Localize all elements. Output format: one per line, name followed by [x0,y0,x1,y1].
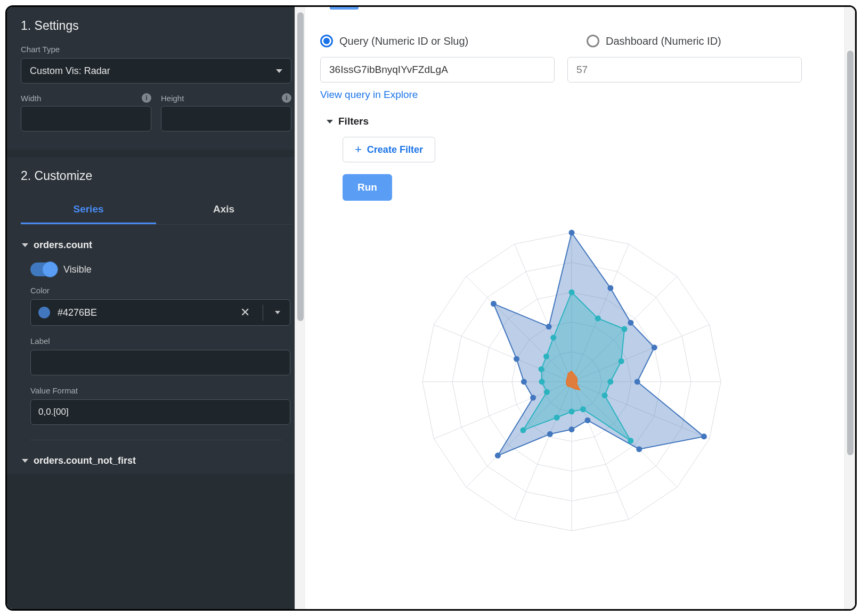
svg-point-42 [619,358,624,364]
series-name: orders.count [34,240,92,251]
main-scrollbar[interactable] [844,7,855,609]
sidebar: 1. Settings Chart Type Custom Vis: Radar… [7,7,305,609]
chevron-down-icon [22,243,28,247]
main-panel: Query (Numeric ID or Slug) Dashboard (Nu… [305,7,855,609]
color-swatch [38,307,50,318]
svg-point-48 [554,415,560,421]
radio-icon [320,35,333,47]
settings-title: 1. Settings [21,19,291,33]
clear-icon[interactable]: ✕ [235,306,255,319]
svg-point-27 [701,433,707,439]
create-filter-label: Create Filter [367,144,423,155]
svg-point-22 [569,230,575,236]
dashboard-id-input[interactable] [567,57,802,83]
active-tab-indicator [330,7,359,10]
visible-label: Visible [63,264,92,275]
svg-point-45 [628,438,633,443]
svg-point-51 [539,379,545,385]
series-item-toggle[interactable]: orders.count [22,240,290,251]
color-select[interactable]: #4276BE ✕ [30,299,290,326]
svg-point-41 [621,326,627,332]
width-label: Width [21,94,41,103]
svg-point-37 [546,324,552,330]
chart-type-value: Custom Vis: Radar [30,65,110,77]
svg-point-30 [569,426,575,432]
color-label: Color [30,286,290,295]
width-input[interactable] [21,106,151,132]
customize-panel: 2. Customize Series Axis orders.count Vi… [7,157,305,474]
series-name: orders.count_not_first [34,455,136,466]
svg-point-28 [636,446,642,452]
radio-dashboard[interactable]: Dashboard (Numeric ID) [587,35,721,47]
height-input[interactable] [161,106,291,132]
svg-point-53 [543,354,549,359]
svg-point-32 [495,453,501,458]
divider [30,440,282,440]
svg-point-33 [530,395,536,401]
view-query-link[interactable]: View query in Explore [320,89,418,101]
label-label: Label [30,336,290,346]
svg-point-47 [569,409,575,415]
height-label: Height [161,94,184,103]
chart-type-label: Chart Type [21,45,291,54]
svg-point-49 [520,428,526,433]
query-id-input[interactable] [320,57,555,83]
tab-series[interactable]: Series [21,195,156,224]
svg-point-50 [544,389,550,395]
svg-point-24 [628,320,633,326]
svg-point-40 [595,316,601,322]
svg-point-52 [539,366,544,372]
chevron-down-icon [22,459,28,463]
radio-query-label: Query (Numeric ID or Slug) [339,35,468,47]
settings-panel: 1. Settings Chart Type Custom Vis: Radar… [7,7,305,150]
svg-point-46 [580,406,586,412]
separator [263,305,263,321]
svg-point-54 [550,335,556,341]
run-button[interactable]: Run [343,174,392,201]
svg-point-43 [607,379,613,385]
filters-label: Filters [338,116,369,127]
info-icon[interactable]: i [142,93,151,103]
chevron-down-icon [275,311,280,314]
chevron-down-icon [327,120,333,124]
svg-point-36 [491,301,497,307]
customize-tabs: Series Axis [21,195,291,225]
info-icon[interactable]: i [282,93,291,103]
radio-query[interactable]: Query (Numeric ID or Slug) [320,35,555,47]
filters-toggle[interactable]: Filters [327,116,823,127]
chart-type-select[interactable]: Custom Vis: Radar [21,58,291,84]
svg-point-23 [607,285,613,291]
sidebar-scrollbar[interactable] [295,7,305,609]
svg-point-29 [585,417,591,423]
radar-chart [320,211,823,552]
svg-point-35 [514,356,519,362]
tab-axis[interactable]: Axis [156,195,291,224]
svg-point-25 [652,344,657,350]
customize-title: 2. Customize [21,169,291,183]
value-format-label: Value Format [30,386,290,395]
series-item-toggle[interactable]: orders.count_not_first [22,455,290,466]
svg-point-26 [635,379,640,385]
label-input[interactable] [30,350,290,375]
svg-point-34 [521,379,527,385]
plus-icon: + [355,144,362,155]
create-filter-button[interactable]: + Create Filter [343,137,435,162]
svg-point-31 [547,431,553,437]
visible-toggle[interactable] [30,262,56,276]
value-format-input[interactable] [30,399,290,425]
chevron-down-icon [276,69,282,73]
color-value: #4276BE [58,307,227,318]
radio-dashboard-label: Dashboard (Numeric ID) [606,35,721,47]
radio-icon [587,35,599,47]
svg-point-39 [569,290,575,295]
svg-point-44 [602,392,608,398]
